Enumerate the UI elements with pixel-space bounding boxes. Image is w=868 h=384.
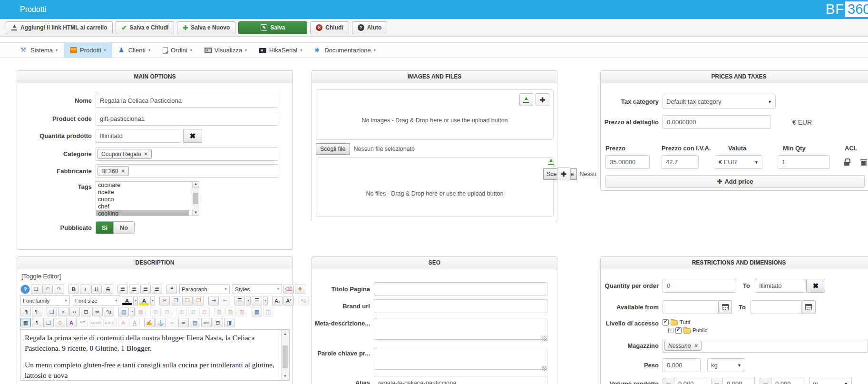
bold-icon[interactable]: B bbox=[68, 285, 79, 294]
add-html-link-to-cart-button[interactable]: Aggiungi il link HTML al carrello bbox=[6, 21, 113, 34]
insert-hr-icon[interactable]: ⊟ bbox=[213, 318, 223, 327]
save-button[interactable]: ✎ Salva bbox=[238, 21, 307, 34]
cut-icon[interactable]: ✂ bbox=[159, 296, 170, 305]
prezzo-iva-input[interactable] bbox=[662, 155, 699, 169]
subscript-icon[interactable]: A₂ bbox=[272, 296, 283, 305]
style-properties-icon[interactable]: A bbox=[66, 318, 77, 327]
translate-icon[interactable]: ᵇa bbox=[104, 307, 114, 316]
insert-row-before-icon[interactable]: ⊞ bbox=[176, 307, 187, 316]
delete-price-icon[interactable] bbox=[860, 158, 867, 166]
volume-z-input[interactable] bbox=[771, 377, 803, 384]
checkbox-checked-icon[interactable] bbox=[675, 327, 682, 334]
source-code-icon[interactable]: ‹› bbox=[69, 307, 80, 316]
delete-row-icon[interactable]: ⊟ bbox=[199, 307, 210, 316]
categoria-chip[interactable]: Coupon Regalo ✕ bbox=[98, 149, 152, 159]
superscript-icon[interactable]: A² bbox=[283, 296, 294, 305]
available-from-input[interactable] bbox=[663, 300, 718, 314]
underline-icon[interactable]: U bbox=[91, 285, 102, 294]
italic-icon[interactable]: I bbox=[80, 285, 90, 294]
text-color-caret-icon[interactable]: ▾ bbox=[133, 296, 138, 305]
cell-properties-icon[interactable]: ⊞ bbox=[162, 307, 172, 316]
clear-quantity-max-button[interactable]: ✖ bbox=[806, 279, 825, 293]
add-image-button[interactable]: ✚ bbox=[536, 93, 549, 106]
link-icon[interactable]: ∞ bbox=[178, 318, 189, 327]
choose-file2-button-right[interactable]: e bbox=[570, 168, 577, 180]
image-icon[interactable]: ▤ bbox=[190, 318, 200, 327]
access-node-public[interactable]: + Public bbox=[668, 327, 707, 334]
anchor-icon[interactable]: ⚓ bbox=[156, 318, 166, 327]
align-left-icon[interactable]: ☰ bbox=[140, 285, 151, 294]
clear-quantity-button[interactable]: ✖ bbox=[183, 129, 202, 143]
spellcheck-icon[interactable]: abc bbox=[201, 318, 212, 327]
images-dropzone[interactable]: ✚ No images - Drag & Drop here or use th… bbox=[316, 89, 554, 140]
tree-expand-icon[interactable]: + bbox=[668, 328, 673, 333]
choose-file2-button-left[interactable]: Sce bbox=[543, 168, 558, 180]
highlight-caret-icon[interactable]: ▾ bbox=[150, 296, 155, 305]
highlight-color-icon[interactable]: A bbox=[139, 296, 149, 305]
available-to-calendar-button[interactable] bbox=[802, 300, 816, 314]
tag-option-cucinare[interactable]: cucinare bbox=[96, 182, 189, 189]
published-no-button[interactable]: No bbox=[113, 222, 134, 234]
titolo-pagina-input[interactable] bbox=[374, 282, 547, 296]
align-justify-icon[interactable]: ☰ bbox=[117, 285, 128, 294]
font-family-select[interactable]: Font family▼ bbox=[20, 295, 70, 305]
tags-scrollbar[interactable]: ▲ ▼ bbox=[192, 181, 199, 216]
paragraph-select[interactable]: Paragraph▼ bbox=[179, 284, 230, 294]
scroll-up-icon[interactable]: ▲ bbox=[192, 181, 199, 187]
styles-select[interactable]: Styles▼ bbox=[233, 284, 282, 294]
paste-icon[interactable]: ❒ bbox=[182, 296, 193, 305]
row-properties-icon[interactable]: ⊞ bbox=[150, 307, 161, 316]
checkbox-checked-icon[interactable] bbox=[663, 319, 669, 325]
menu-item-documentazione[interactable]: Documentazione ▾ bbox=[308, 43, 382, 58]
scrollbar-thumb[interactable] bbox=[283, 345, 288, 368]
menu-item-hikaserial[interactable]: HikaSerial ▾ bbox=[253, 43, 308, 58]
acronym-icon[interactable]: A.B.C. bbox=[103, 318, 117, 327]
change-case-icon[interactable]: ᴬa bbox=[298, 296, 309, 305]
editor-scrollbar[interactable]: ▲ ▼ bbox=[281, 330, 289, 380]
table-edit-caret-icon[interactable]: ▾ bbox=[130, 307, 135, 316]
outdent-icon[interactable]: ⇤ bbox=[220, 296, 230, 305]
valuta-select[interactable]: € EUR ▼ bbox=[715, 155, 762, 169]
tax-category-select[interactable]: Default tax category ▼ bbox=[663, 95, 776, 108]
insert-table-icon[interactable]: ▦ bbox=[252, 307, 262, 316]
retail-price-input[interactable] bbox=[663, 115, 771, 129]
tags-listbox[interactable]: cucinarericettecuocochefcooking bbox=[96, 181, 199, 216]
print-icon[interactable]: ⊟ bbox=[81, 307, 91, 316]
remove-categoria-icon[interactable]: ✕ bbox=[144, 151, 147, 157]
text-color-icon[interactable]: A bbox=[122, 296, 132, 305]
available-from-calendar-button[interactable] bbox=[718, 300, 732, 314]
peso-input[interactable] bbox=[663, 358, 701, 372]
fullscreen-icon[interactable]: ❑ bbox=[47, 307, 57, 316]
align-center-icon[interactable]: ☰ bbox=[129, 285, 139, 294]
emotions-icon[interactable]: ☺ bbox=[55, 318, 65, 327]
fabbricante-field[interactable]: BF360 ✕ bbox=[96, 164, 278, 178]
insert-col-before-icon[interactable]: ▥ bbox=[214, 307, 224, 316]
ordered-list-caret-icon[interactable]: ▾ bbox=[246, 296, 251, 305]
volume-unit-select[interactable]: m ▼ bbox=[809, 377, 852, 384]
preview-icon[interactable]: ⌕ bbox=[58, 307, 68, 316]
volume-y-input[interactable] bbox=[722, 377, 755, 384]
bullet-list-icon[interactable]: ☰ bbox=[252, 296, 262, 305]
menu-item-ordini[interactable]: Ordini ▾ bbox=[156, 43, 198, 58]
align-right-icon[interactable]: ☰ bbox=[152, 285, 162, 294]
insert-row-after-icon[interactable]: ⊞ bbox=[188, 307, 198, 316]
product-code-input[interactable] bbox=[96, 112, 278, 126]
peso-unit-select[interactable]: kg ▼ bbox=[707, 358, 745, 372]
page-break-icon[interactable]: ❏ bbox=[43, 318, 54, 327]
toggle-editor-link[interactable]: [Toggle Editor] bbox=[21, 273, 61, 280]
scroll-down-icon[interactable]: ▼ bbox=[192, 210, 199, 216]
quantity-min-input[interactable] bbox=[663, 279, 736, 293]
magazzino-field[interactable]: Nessuno ✕ bbox=[663, 339, 868, 353]
ltr-icon[interactable]: ·¶ bbox=[20, 307, 31, 316]
deletion-icon[interactable]: A bbox=[118, 318, 128, 327]
undo-icon[interactable]: ↶ bbox=[42, 285, 53, 294]
eraser-icon[interactable]: ⌫ bbox=[283, 285, 294, 294]
tag-option-chef[interactable]: chef bbox=[96, 203, 189, 210]
ordered-list-icon[interactable]: ☰ bbox=[234, 296, 245, 305]
parole-chiave-textarea[interactable] bbox=[374, 348, 547, 370]
menu-item-visualizza[interactable]: Visualizza ▾ bbox=[198, 43, 253, 58]
table-edit-icon[interactable]: ▤ bbox=[118, 307, 129, 316]
find-icon[interactable]: ∞ bbox=[92, 307, 103, 316]
files-dropzone[interactable]: No files - Drag & Drop here or use the u… bbox=[316, 158, 554, 217]
paste-as-text-icon[interactable]: ❒ bbox=[194, 296, 204, 305]
